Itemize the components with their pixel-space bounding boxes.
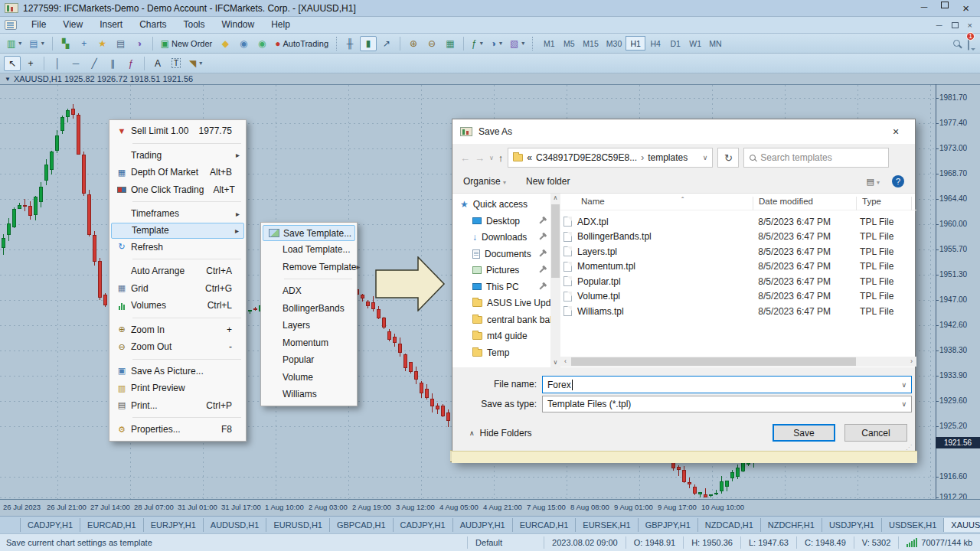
menu-item-print-preview[interactable]: ▥Print Preview (109, 380, 246, 397)
cursor-button[interactable]: ↖ (4, 56, 21, 71)
sidebar-item-central-bank-bala[interactable]: central bank bala (452, 312, 550, 328)
file-row-volume-tpl[interactable]: Volume.tpl8/5/2023 6:47 PMTPL File (564, 289, 913, 305)
recent-locations-icon[interactable]: ∨ (489, 155, 494, 161)
chart-tab-eursek-h1-9[interactable]: EURSEK,H1 (576, 518, 638, 532)
indicators-button[interactable]: ƒ▾ (469, 36, 486, 51)
periods-button[interactable]: ◑▾ (488, 36, 505, 51)
menu-item-load-template[interactable]: Load Template... (261, 241, 357, 259)
chart-tab-eurcad-h1-8[interactable]: EURCAD,H1 (513, 518, 577, 532)
organise-button[interactable]: Organise ▾ (463, 176, 506, 187)
menu-item-volumes[interactable]: VolumesCtrl+L (109, 297, 246, 315)
view-mode-button[interactable]: ▤ ▾ (867, 177, 880, 187)
menubar-item-tools[interactable]: Tools (175, 17, 214, 33)
help-button[interactable]: ? (892, 175, 904, 187)
market-watch-button[interactable]: ▚ (57, 36, 74, 51)
scroll-down-icon[interactable]: ∨ (550, 358, 560, 367)
timeframe-h1[interactable]: H1 (626, 36, 645, 51)
bar-chart-button[interactable]: ╫ (341, 36, 358, 51)
strategy-tester-button[interactable]: ◑ (131, 36, 148, 51)
autotrading-button[interactable]: ●AutoTrading (272, 36, 332, 51)
menu-item-zoom-in[interactable]: ⊕Zoom In+ (109, 321, 246, 339)
menu-item-momentum[interactable]: Momentum (261, 334, 357, 352)
search-icon[interactable] (953, 40, 960, 47)
chart-tab-usdsek-h1-14[interactable]: USDSEK,H1 (882, 518, 944, 532)
menu-item-sell-limit-1-00[interactable]: ▼Sell Limit 1.001977.75 (109, 122, 246, 140)
file-row-layers-tpl[interactable]: Layers.tpl8/5/2023 6:47 PMTPL File (564, 244, 913, 259)
signals-icon[interactable]: ◉ (253, 36, 270, 51)
timeframe-d1[interactable]: D1 (665, 36, 685, 51)
chart-tab-audjpy-h1-7[interactable]: AUDJPY,H1 (453, 518, 513, 532)
file-row-popular-tpl[interactable]: Popular.tpl8/5/2023 6:47 PMTPL File (564, 274, 913, 289)
sidebar-item-mt4-guide[interactable]: mt4 guide (452, 328, 550, 344)
sidebar-item-desktop[interactable]: Desktop (452, 214, 550, 229)
breadcrumb-current[interactable]: templates (648, 152, 688, 163)
breadcrumb-path[interactable]: C348917D9E28C59E8... (536, 152, 637, 163)
menubar-item-file[interactable]: File (23, 17, 54, 33)
new-chart-button[interactable]: ▥▾ (4, 36, 24, 51)
menu-item-bollingerbands[interactable]: BollingerBands (261, 300, 357, 318)
sidebar-item-quick-access[interactable]: ★Quick access (452, 197, 550, 212)
menubar-item-view[interactable]: View (54, 17, 91, 33)
menu-item-layers[interactable]: Layers (261, 317, 357, 334)
text-button[interactable]: A (149, 56, 166, 71)
chart-tab-cadjpy-h1-0[interactable]: CADJPY,H1 (20, 518, 80, 532)
address-dropdown-icon[interactable]: ∨ (703, 154, 708, 161)
sidebar-scrollbar[interactable]: ∧ ∨ (550, 194, 560, 367)
column-date-modified[interactable]: Date modified (759, 197, 813, 206)
timeframe-m1[interactable]: M1 (539, 36, 559, 51)
menu-item-adx[interactable]: ADX (261, 282, 357, 300)
scroll-thumb[interactable] (551, 204, 560, 278)
child-close-button[interactable]: × (968, 21, 972, 30)
menu-item-grid[interactable]: ▦GridCtrl+G (109, 280, 246, 298)
menu-item-print[interactable]: ▤Print...Ctrl+P (109, 397, 246, 415)
fibonacci-button[interactable]: ƒ (122, 56, 139, 71)
menu-item-timeframes[interactable]: Timeframes▸ (109, 205, 246, 223)
file-row-bollingerbands-tpl[interactable]: BollingerBands.tpl8/5/2023 6:47 PMTPL Fi… (564, 230, 913, 245)
minimize-button[interactable]: ─ (921, 2, 928, 15)
chart-tab-cadjpy-h1-6[interactable]: CADJPY,H1 (394, 518, 453, 532)
list-horizontal-scrollbar[interactable]: ‹ › (560, 357, 916, 367)
sidebar-item-pictures[interactable]: Pictures (452, 262, 550, 278)
menu-item-depth-of-market[interactable]: ▦Depth Of MarketAlt+B (109, 164, 246, 181)
up-button[interactable]: ↑ (498, 152, 504, 164)
horizontal-line-button[interactable]: ─ (67, 56, 84, 71)
crosshair-button[interactable]: + (22, 56, 39, 71)
menu-item-williams[interactable]: Williams (261, 386, 357, 403)
sidebar-item-asus-live-updat[interactable]: ASUS Live Updat (452, 295, 550, 311)
timeframe-m5[interactable]: M5 (559, 36, 579, 51)
terminal-button[interactable]: ▤ (113, 36, 129, 51)
zoom-in-button[interactable]: ⊕ (405, 36, 422, 51)
chevron-down-icon[interactable]: ∨ (901, 400, 906, 408)
menubar-item-help[interactable]: Help (263, 17, 299, 33)
chart-tab-eurusd-h1-4[interactable]: EURUSD,H1 (266, 518, 330, 532)
menu-item-template[interactable]: Template▸ (111, 223, 244, 239)
child-minimize-button[interactable]: ─ (936, 21, 942, 30)
search-templates-input[interactable]: Search templates (743, 148, 889, 168)
timeframe-mn[interactable]: MN (705, 36, 725, 51)
menu-item-save-as-picture[interactable]: ▣Save As Picture... (109, 363, 246, 380)
resize-grip[interactable]: ⋰ (906, 444, 913, 451)
column-name[interactable]: Name (581, 197, 605, 206)
candlestick-button[interactable]: ▮ (360, 36, 377, 51)
chart-collapse-icon[interactable]: ▼ (5, 76, 11, 83)
menu-item-refresh[interactable]: ↻Refresh (109, 239, 246, 256)
status-profile[interactable]: Default (467, 536, 544, 549)
close-button[interactable]: × (962, 2, 969, 15)
chart-tab-audusd-h1-3[interactable]: AUDUSD,H1 (204, 518, 267, 532)
sidebar-item-documents[interactable]: Documents (452, 246, 550, 262)
sidebar-item-temp[interactable]: Temp (452, 345, 550, 360)
script-icon[interactable]: ◆ (217, 36, 234, 51)
new-folder-button[interactable]: New folder (526, 176, 570, 187)
new-order-button[interactable]: ▣New Order (158, 36, 216, 51)
back-button[interactable]: ← (460, 152, 470, 164)
menubar-item-insert[interactable]: Insert (91, 17, 131, 33)
save-as-type-select[interactable]: Template Files (*.tpl) ∨ (542, 396, 912, 412)
chart-tab-usdjpy-h1-13[interactable]: USDJPY,H1 (822, 518, 882, 532)
child-restore-button[interactable] (952, 22, 959, 28)
chart-tab-nzdchf-h1-12[interactable]: NZDCHF,H1 (761, 518, 822, 532)
menubar-item-window[interactable]: Window (214, 17, 263, 33)
file-row-momentum-tpl[interactable]: Momentum.tpl8/5/2023 6:47 PMTPL File (564, 259, 913, 275)
chart-tab-eurcad-h1-1[interactable]: EURCAD,H1 (80, 518, 144, 532)
hide-folders-button[interactable]: ∧ Hide Folders (469, 424, 532, 442)
refresh-button[interactable]: ↻ (717, 148, 739, 168)
